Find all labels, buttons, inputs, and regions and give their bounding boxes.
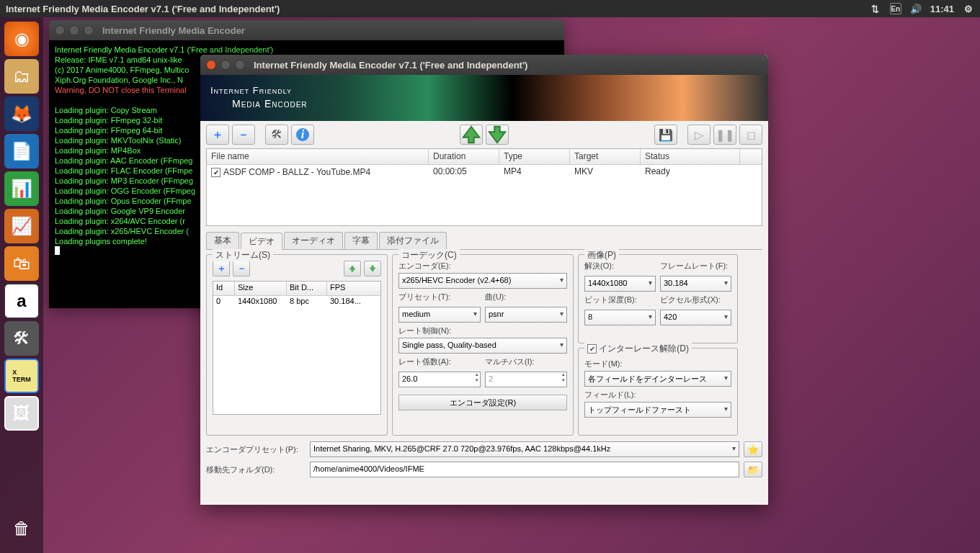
preset-combo[interactable]: medium: [398, 307, 481, 323]
move-down-button[interactable]: [486, 125, 509, 145]
res-combo[interactable]: 1440x1080: [584, 276, 656, 292]
clock[interactable]: 11:41: [930, 4, 954, 14]
dest-label: 移動先フォルダ(D):: [206, 464, 306, 475]
terminal-titlebar[interactable]: Internet Friendly Media Encoder: [49, 20, 564, 40]
st-col-id[interactable]: Id: [213, 282, 235, 295]
st-id: 0: [213, 296, 235, 309]
rate-label: レート制御(N):: [398, 325, 567, 336]
res-label: 解決(O):: [584, 261, 656, 271]
input-lang-icon[interactable]: En: [890, 3, 901, 14]
term-line: Internet Friendly Media Encoder v7.1 ('F…: [55, 45, 558, 55]
minimize-icon[interactable]: [220, 60, 231, 70]
software-icon[interactable]: 🛍: [4, 246, 39, 281]
pix-label: ピクセル形式(X):: [660, 295, 731, 305]
encoder-settings-button[interactable]: エンコーダ設定(R): [398, 395, 567, 410]
system-tray: ⇅ En 🔊 11:41 ⚙: [870, 3, 974, 14]
preset-label: プリセット(T):: [398, 292, 481, 302]
tab-attachment[interactable]: 添付ファイル: [379, 232, 447, 249]
banner-line2: Media Encoder: [232, 97, 308, 110]
ifme-window: Internet Friendly Media Encoder v7.1 ('F…: [200, 55, 768, 505]
bit-combo[interactable]: 8: [584, 310, 656, 325]
tab-basic[interactable]: 基本: [206, 232, 239, 249]
deinterlace-group: ✔ インターレース解除(D) モード(M): 各フィールドをデインターレース フ…: [578, 348, 738, 436]
col-target[interactable]: Target: [570, 149, 641, 164]
settings-icon[interactable]: 🛠: [4, 321, 39, 356]
term-close-icon[interactable]: [55, 25, 65, 35]
network-icon[interactable]: ⇅: [870, 3, 881, 14]
st-col-bitd[interactable]: Bit D...: [287, 282, 327, 295]
col-filename[interactable]: File name: [207, 149, 429, 164]
col-duration[interactable]: Duration: [429, 149, 499, 164]
crf-spinner[interactable]: 26.0: [398, 372, 481, 387]
deint-checkbox[interactable]: ✔: [587, 344, 597, 354]
xterm-icon[interactable]: XTERM: [4, 359, 39, 393]
tools-button[interactable]: 🛠: [265, 125, 288, 145]
right-column: 画像(P) 解決(O): フレームレート(F): 1440x1080 30.18…: [578, 254, 738, 436]
dest-input[interactable]: /home/anime4000/Videos/IFME: [310, 462, 739, 477]
enc-preset-label: エンコーダプリセット(P):: [206, 444, 306, 455]
close-icon[interactable]: [206, 60, 216, 70]
st-fps: 30.184...: [327, 296, 380, 309]
impress-icon[interactable]: 📈: [4, 209, 39, 243]
tab-audio[interactable]: オーディオ: [284, 232, 343, 249]
col-status[interactable]: Status: [641, 149, 740, 164]
app-titlebar[interactable]: Internet Friendly Media Encoder v7.1 ('F…: [200, 55, 768, 75]
browse-button[interactable]: 📁: [744, 462, 762, 477]
files-icon[interactable]: 🗂: [4, 59, 39, 94]
stream-add-button[interactable]: ＋: [213, 261, 230, 276]
top-menubar: Internet Friendly Media Encoder v7.1 ('F…: [0, 0, 980, 17]
row-checkbox[interactable]: ✔: [211, 168, 220, 177]
rate-combo[interactable]: Single pass, Quality-based: [398, 338, 567, 354]
pix-combo[interactable]: 420: [660, 310, 731, 325]
tune-combo[interactable]: psnr: [485, 307, 567, 323]
move-up-button[interactable]: [460, 125, 483, 145]
codec-legend: コーデック(C): [398, 249, 460, 261]
pause-button[interactable]: ❚❚: [713, 125, 736, 145]
mode-combo[interactable]: 各フィールドをデインターレース: [584, 371, 731, 387]
image-icon[interactable]: 🖼: [4, 396, 39, 431]
stop-button[interactable]: ◻: [739, 125, 762, 145]
enc-preset-combo[interactable]: Internet Sharing, MKV, H.265@CRF 27.0 72…: [310, 441, 739, 457]
tab-subtitle[interactable]: 字幕: [344, 232, 378, 249]
col-type[interactable]: Type: [499, 149, 570, 164]
stream-legend: ストリーム(S): [213, 249, 273, 261]
dash-icon[interactable]: ◉: [4, 22, 39, 56]
remove-file-button[interactable]: －: [232, 125, 255, 145]
calc-icon[interactable]: 📊: [4, 171, 39, 206]
encoder-combo[interactable]: x265/HEVC Encoder (v2.4+68): [398, 273, 567, 289]
stream-up-button[interactable]: [344, 261, 361, 276]
volume-icon[interactable]: 🔊: [910, 3, 922, 14]
deint-legend: ✔ インターレース解除(D): [584, 343, 692, 355]
info-button[interactable]: i: [291, 125, 314, 145]
bottom-area: エンコーダプリセット(P): Internet Sharing, MKV, H.…: [206, 441, 762, 477]
app-banner: Internet Friendly Media Encoder: [200, 75, 768, 121]
firefox-icon[interactable]: 🦊: [4, 96, 39, 131]
stream-row[interactable]: 0 1440x1080 8 bpc 30.184...: [213, 296, 380, 309]
file-row[interactable]: ✔ ASDF COMP - BALLZ - YouTube.MP4 00:00:…: [207, 165, 762, 179]
save-button[interactable]: 💾: [654, 125, 677, 145]
stream-down-button[interactable]: [364, 261, 381, 276]
field-combo[interactable]: トップフィールドファースト: [584, 402, 731, 418]
favorite-button[interactable]: ⭐: [744, 441, 762, 457]
play-button[interactable]: ▷: [687, 125, 710, 145]
amazon-icon[interactable]: a: [4, 284, 39, 318]
fps-combo[interactable]: 30.184: [660, 276, 731, 292]
encoder-label: エンコーダ(E):: [398, 261, 567, 271]
st-col-size[interactable]: Size: [235, 282, 287, 295]
st-col-fps[interactable]: FPS: [327, 282, 380, 295]
row-type: MP4: [499, 165, 570, 179]
video-panel: ストリーム(S) ＋ － Id Size Bit D... FPS 0 1440…: [206, 249, 762, 436]
stream-group: ストリーム(S) ＋ － Id Size Bit D... FPS 0 1440…: [206, 254, 388, 436]
stream-remove-button[interactable]: －: [233, 261, 250, 276]
term-max-icon[interactable]: [84, 25, 94, 35]
multi-spinner[interactable]: 2: [485, 372, 567, 387]
maximize-icon[interactable]: [235, 60, 245, 70]
stream-table[interactable]: Id Size Bit D... FPS 0 1440x1080 8 bpc 3…: [213, 281, 381, 415]
writer-icon[interactable]: 📄: [4, 134, 39, 168]
trash-icon[interactable]: 🗑: [4, 511, 39, 546]
gear-icon[interactable]: ⚙: [963, 3, 974, 14]
tab-video[interactable]: ビデオ: [241, 233, 282, 250]
add-file-button[interactable]: ＋: [206, 125, 229, 145]
file-list[interactable]: File name Duration Type Target Status ✔ …: [206, 148, 762, 226]
term-min-icon[interactable]: [69, 25, 79, 35]
